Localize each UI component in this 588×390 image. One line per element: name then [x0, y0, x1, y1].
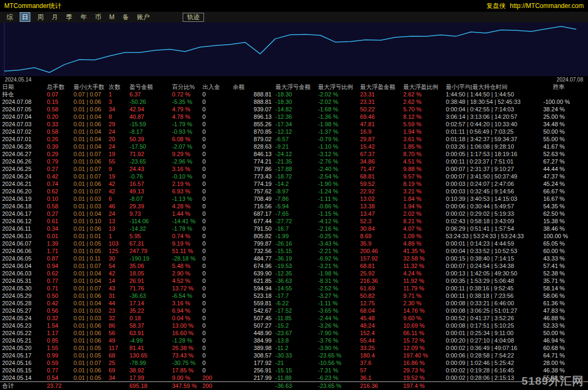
cell-cash-flow: 0 — [200, 165, 231, 173]
menu-tab-2[interactable]: 周 — [36, 13, 45, 21]
table-row[interactable]: 2024.05.270.560.01 | 0.032335.226.94 %05… — [0, 307, 588, 314]
cell-max-float-loss: -21 — [273, 359, 316, 367]
table-total-row[interactable]: 合计23.72695.18347.59 %200-36.63-23.65 %21… — [0, 381, 588, 389]
mtcommander-window: MTCommander统计 复盘侠 http://MTCommander.com… — [0, 0, 588, 390]
cell-hold-time: 0:00:11 | 0:38:18 | 7:23:56 — [444, 292, 541, 299]
table-row[interactable]: 2024.06.030.620.01 | 0.044218.052.90 %06… — [0, 270, 588, 277]
col-header-count: 次数 — [107, 83, 127, 91]
menu-tab-8[interactable]: 备 — [121, 13, 130, 21]
cell-max-float-profit: 25.92 — [358, 270, 401, 277]
menu-tab-0[interactable]: 综 — [5, 13, 14, 21]
table-row[interactable]: 2024.06.250.270.01 | 0.07924.433.16 %079… — [0, 165, 588, 173]
cell-max-float-profit-pct: 2.62 % — [401, 91, 444, 98]
cell-hold-time: 0:00:35 | 1:53:29 | 5:06:48 — [444, 277, 541, 285]
col-header-max-float-loss-pct: 最大浮亏比例 — [316, 83, 358, 91]
table-row[interactable]: 2024.05.280.420.01 | 0.044417.143.16 %05… — [0, 299, 588, 307]
cell-total-lots: 0.58 — [45, 105, 71, 113]
cell-max-float-loss-pct: -3.76 % — [316, 337, 358, 344]
cell-pct: 347.59 % — [170, 382, 200, 389]
cell-hold-time: 0:00:02 | 0:19:28 | 6:16:45 — [444, 367, 541, 374]
table-row[interactable]: 2024.05.160.590.01 | 0.0725-78.99-30.75 … — [0, 359, 588, 367]
menu-tab-1[interactable]: 日 — [20, 12, 30, 22]
table-row[interactable]: 2024.06.120.610.01 | 0.1013-114.06-14.41… — [0, 217, 588, 225]
table-row[interactable]: 2024.06.180.580.01 | 0.034629.394.28 %07… — [0, 202, 588, 210]
table-row[interactable]: 2024.06.110.340.01 | 0.0613-14.32-1.78 %… — [0, 225, 588, 232]
table-row[interactable]: 2024.07.040.200.01 | 0.04840.874.78 %089… — [0, 113, 588, 120]
cell-max-float-loss-pct: -3.43 % — [316, 240, 358, 247]
table-row[interactable]: 2024.06.190.100.01 | 0.036-8.07-1.13 %07… — [0, 195, 588, 202]
cell-date: 2024.07.08 — [0, 98, 45, 105]
menu-tab-3[interactable]: 月 — [51, 13, 59, 21]
cell-pnl: -8.07 — [127, 195, 170, 202]
table-row[interactable]: 2024.06.050.870.01 | 0.1130-190.19-28.18… — [0, 255, 588, 262]
table-row[interactable]: 持仓0.070.07 | 0.0716.370.72 %0888.81-18.3… — [0, 91, 588, 98]
table-row[interactable]: 2024.06.040.940.01 | 0.075435.065.48 %06… — [0, 262, 588, 270]
table-row[interactable]: 2024.05.170.990.01 | 0.0568130.6573.43 %… — [0, 352, 588, 359]
table-row[interactable]: 2024.05.221.170.01 | 0.065663.9116.60 %0… — [0, 329, 588, 337]
table-row[interactable]: 2024.06.061.710.01 | 0.05125247.7951.11 … — [0, 247, 588, 255]
table-row[interactable]: 2024.06.071.390.01 | 0.0510367.319.19 %0… — [0, 240, 588, 247]
cell-balance: 757.62 — [231, 188, 273, 195]
table-row[interactable]: 2024.06.200.620.01 | 0.074249.136.93 %07… — [0, 188, 588, 195]
cell-max-float-profit-pct: 29.73 % — [401, 367, 444, 374]
table-row[interactable]: 2024.05.231.540.01 | 0.068658.3713.00 %0… — [0, 322, 588, 329]
table-row[interactable]: 2024.07.050.580.01 | 0.063442.944.79 %09… — [0, 105, 588, 113]
cell-hold-time: 0:02:57 | 0:44:20 | 10:33:40 — [444, 120, 541, 128]
cell-max-float-loss: -14.55 — [273, 285, 316, 292]
cell-max-float-loss-pct: -1.10 % — [316, 143, 358, 150]
table-row[interactable]: 2024.05.150.770.01 | 0.066938.9217.85 %0… — [0, 367, 588, 374]
table-row[interactable]: 2024.05.210.850.01 | 0.0649-4.99-1.28 %0… — [0, 337, 588, 344]
cell-date: 2024.06.26 — [0, 158, 45, 165]
cell-max-float-profit-pct: 8.19 % — [401, 180, 444, 188]
cell-cash-flow: 0 — [200, 262, 231, 270]
cell-cash-flow: 0 — [200, 202, 231, 210]
menu-tab-6[interactable]: 币 — [94, 13, 102, 21]
cell-pnl: 247.79 — [127, 247, 170, 255]
table-row[interactable]: 2024.07.020.580.01 | 0.0424-8.17-0.93 %0… — [0, 128, 588, 135]
cell-max-float-loss: -9.21 — [273, 143, 316, 150]
table-row[interactable]: 2024.07.010.260.01 | 0.042050.396.08 %08… — [0, 135, 588, 143]
cell-max-float-profit: 47.81 — [358, 120, 401, 128]
table-row[interactable]: 2024.05.290.500.01 | 0.0631-36.63-6.54 %… — [0, 292, 588, 299]
cell-win-rate: 58.14 % — [541, 285, 588, 292]
table-row[interactable]: 2024.06.170.270.01 | 0.04249.731.44 %068… — [0, 210, 588, 217]
cell-max-float-profit-pct: 11.32 % — [401, 262, 444, 270]
table-row[interactable]: 2024.05.201.550.01 | 0.0511781.4126.38 %… — [0, 344, 588, 352]
cell-total-lots: 0.85 — [45, 337, 71, 344]
cell-max-float-loss: -6.57 — [273, 135, 316, 143]
cell-count: 24 — [107, 210, 127, 217]
table-row[interactable]: 2024.06.280.390.01 | 0.0424-17.50-2.07 %… — [0, 143, 588, 150]
menu-tab-4[interactable]: 季 — [65, 13, 74, 21]
table-row[interactable]: 2024.07.080.150.01 | 0.063-50.26-5.35 %0… — [0, 98, 588, 105]
cell-max-float-loss-pct: -0.25 % — [316, 232, 358, 240]
cell-pct: 3.16 % — [170, 165, 200, 173]
table-row[interactable]: 2024.05.300.710.01 | 0.074371.7613.72 %0… — [0, 285, 588, 292]
table-row[interactable]: 2024.06.210.740.01 | 0.064216.572.19 %07… — [0, 180, 588, 188]
cell-pct: 6.94 % — [170, 307, 200, 314]
cell-max-float-profit: 8.69 — [358, 232, 401, 240]
trace-button[interactable]: 轨迹 — [183, 13, 204, 22]
cell-max-float-profit-pct: 3.61 % — [401, 135, 444, 143]
table-row[interactable]: 2024.05.240.320.01 | 0.03320.180.04 %050… — [0, 314, 588, 322]
table-row[interactable]: 2024.07.030.330.01 | 0.0629-15.59-1.79 %… — [0, 120, 588, 128]
menu-tab-9[interactable]: 账户 — [136, 13, 151, 21]
menu-tab-7[interactable]: M — [108, 13, 116, 21]
cell-max-float-profit: 15.42 — [358, 143, 401, 150]
table-row[interactable]: 2024.06.240.420.01 | 0.0719-0.76-0.10 %0… — [0, 173, 588, 180]
cell-pct: 4.52 % — [170, 277, 200, 285]
cell-max-float-profit: 13.38 — [358, 202, 401, 210]
cell-date: 2024.06.12 — [0, 217, 45, 225]
cell-win-rate: 54.35 % — [541, 202, 588, 210]
menu-tab-5[interactable]: 年 — [79, 13, 88, 21]
cell-total-lots: 1.39 — [45, 240, 71, 247]
table-row[interactable]: 2024.06.100.010.01 | 0.0115.950.74 %0805… — [0, 232, 588, 240]
table-row[interactable]: 2024.05.140.540.01 | 0.053417.999.00 %20… — [0, 374, 588, 381]
table-row[interactable]: 2024.05.310.770.01 | 0.041426.914.52 %06… — [0, 277, 588, 285]
cell-cash-flow: 0 — [200, 299, 231, 307]
cell-date: 2024.06.10 — [0, 232, 45, 240]
cell-win-rate: 100.00 % — [541, 232, 588, 240]
cell-hold-time: 0:00:03 | 0:32:45 | 9:14:56 — [444, 188, 541, 195]
table-row[interactable]: 2024.06.270.290.01 | 0.071971.929.29 %08… — [0, 150, 588, 158]
table-row[interactable]: 2024.06.260.790.01 | 0.0655-23.65-2.96 %… — [0, 158, 588, 165]
cell-count: 125 — [107, 247, 127, 255]
